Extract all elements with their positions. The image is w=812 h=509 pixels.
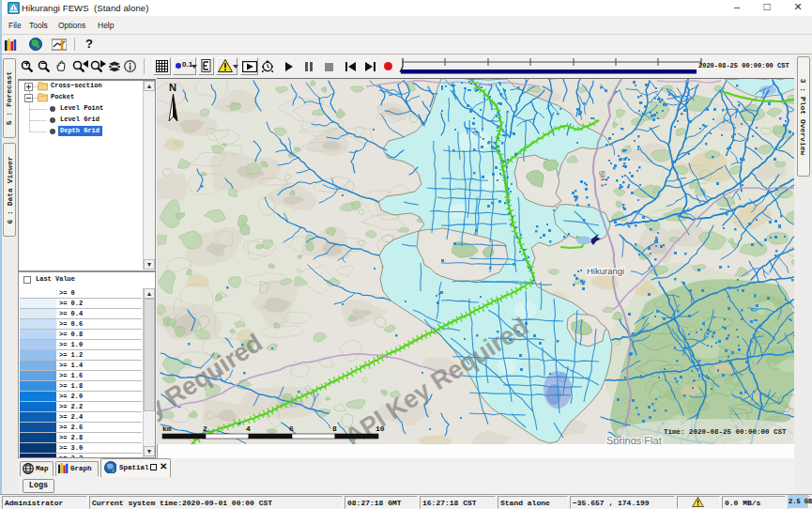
svg-text:Hikurangi: Hikurangi (587, 266, 624, 276)
svg-text:10: 10 (375, 424, 385, 433)
svg-text:Time: 2020-08-25 00:00:00 CST: Time: 2020-08-25 00:00:00 CST (664, 428, 787, 436)
svg-text:km: km (162, 424, 172, 433)
svg-text:4: 4 (246, 424, 251, 433)
svg-text:2: 2 (203, 424, 207, 433)
svg-text:N: N (169, 82, 176, 93)
svg-text:Springs Flat: Springs Flat (606, 435, 662, 444)
svg-text:8: 8 (332, 424, 337, 433)
svg-text:6: 6 (289, 424, 294, 433)
